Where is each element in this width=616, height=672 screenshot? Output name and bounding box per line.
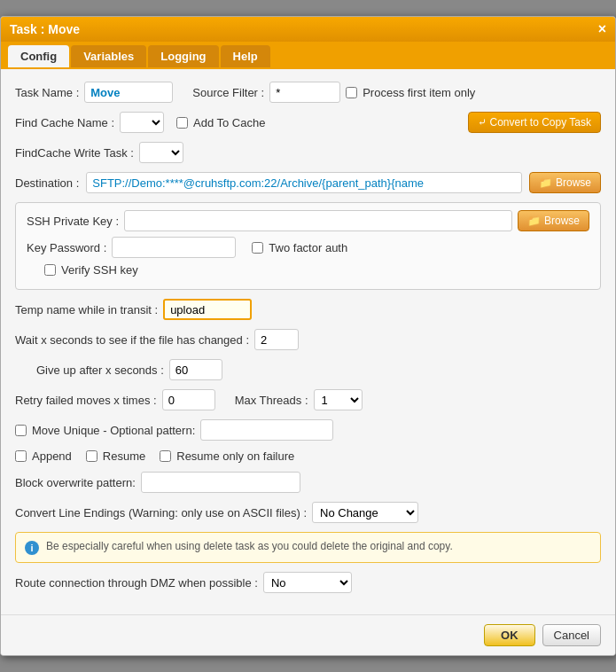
ssh-key-row: SSH Private Key : 📁 Browse (27, 210, 589, 231)
verify-ssh-key-label: Verify SSH key (61, 263, 138, 277)
dialog-title: Task : Move (10, 22, 80, 36)
ssh-private-key-label: SSH Private Key : (27, 215, 119, 228)
max-threads-select[interactable]: 1 2 4 (314, 389, 363, 410)
convert-line-label: Convert Line Endings (Warning: only use … (15, 506, 307, 520)
browse-folder-icon: 📁 (539, 176, 552, 189)
tab-help[interactable]: Help (221, 45, 270, 67)
destination-browse-button[interactable]: 📁 Browse (529, 172, 601, 193)
move-unique-checkbox[interactable] (15, 425, 27, 436)
give-up-input[interactable] (169, 359, 222, 380)
temp-name-input[interactable] (163, 299, 252, 320)
title-bar: Task : Move × (1, 17, 615, 42)
find-cache-write-label: FindCache Write Task : (15, 146, 134, 160)
tab-content: Task Name : Source Filter : Process firs… (1, 67, 615, 614)
find-cache-name-label: Find Cache Name : (15, 116, 114, 129)
temp-name-label: Temp name while in transit : (15, 303, 158, 316)
convert-to-copy-button[interactable]: ⤶ Convert to Copy Task (468, 112, 601, 133)
process-first-item-label: Process first item only (363, 86, 475, 99)
wait-seconds-label: Wait x seconds to see if the file has ch… (15, 333, 249, 347)
resume-on-failure-checkbox[interactable] (160, 450, 171, 462)
append-label: Append (32, 449, 72, 463)
resume-checkbox[interactable] (86, 450, 97, 462)
wait-seconds-input[interactable] (254, 329, 299, 350)
key-password-label: Key Password : (27, 241, 106, 254)
two-factor-auth-label: Two factor auth (269, 241, 347, 254)
route-connection-row: Route connection through DMZ when possib… (15, 572, 601, 593)
process-first-item-checkbox[interactable] (346, 87, 357, 98)
ssh-folder-icon: 📁 (527, 215, 541, 227)
resume-on-failure-label: Resume only on failure (176, 449, 294, 463)
retry-row: Retry failed moves x times : Max Threads… (15, 389, 601, 410)
tab-bar: Config Variables Logging Help (1, 42, 615, 67)
verify-ssh-key-checkbox[interactable] (44, 264, 56, 276)
retry-label: Retry failed moves x times : (15, 394, 157, 407)
block-overwrite-row: Block overwrite pattern: (15, 472, 601, 493)
verify-ssh-row: Verify SSH key (27, 263, 589, 277)
destination-row: Destination : 📁 Browse (15, 172, 601, 193)
give-up-label: Give up after x seconds : (36, 363, 164, 377)
destination-label: Destination : (15, 176, 79, 190)
destination-input[interactable] (86, 172, 522, 193)
source-filter-input[interactable] (269, 82, 340, 103)
tab-config[interactable]: Config (8, 45, 69, 67)
append-checkbox[interactable] (15, 450, 27, 462)
ssh-browse-button[interactable]: 📁 Browse (518, 210, 589, 231)
wait-seconds-row: Wait x seconds to see if the file has ch… (15, 329, 601, 350)
add-to-cache-label: Add To Cache (193, 116, 265, 129)
move-unique-input[interactable] (200, 419, 333, 441)
resume-label: Resume (103, 449, 145, 463)
cancel-button[interactable]: Cancel (542, 624, 601, 646)
task-name-row: Task Name : Source Filter : Process firs… (15, 82, 601, 103)
source-filter-label: Source Filter : (192, 86, 264, 99)
close-button[interactable]: × (598, 22, 606, 36)
find-cache-write-select[interactable] (139, 142, 183, 163)
find-cache-name-select[interactable] (120, 112, 164, 133)
task-name-input[interactable] (84, 82, 173, 103)
move-unique-row: Move Unique - Optional pattern: (15, 419, 601, 441)
key-password-row: Key Password : Two factor auth (27, 237, 589, 258)
two-factor-auth-checkbox[interactable] (252, 242, 263, 254)
block-overwrite-input[interactable] (141, 472, 300, 493)
max-threads-label: Max Threads : (235, 394, 308, 407)
info-icon: i (25, 541, 39, 555)
convert-line-row: Convert Line Endings (Warning: only use … (15, 502, 601, 523)
key-password-input[interactable] (112, 237, 236, 258)
task-name-label: Task Name : (15, 86, 79, 99)
resume-row: Append Resume Resume only on failure (15, 449, 601, 463)
dialog-footer: OK Cancel (1, 614, 615, 655)
give-up-row: Give up after x seconds : (15, 359, 601, 380)
find-cache-write-row: FindCache Write Task : (15, 142, 601, 163)
move-unique-label: Move Unique - Optional pattern: (32, 424, 195, 437)
tab-variables[interactable]: Variables (71, 45, 146, 67)
temp-name-row: Temp name while in transit : (15, 299, 601, 320)
arrow-icon: ⤶ (478, 116, 487, 129)
retry-input[interactable] (162, 389, 215, 410)
ssh-private-key-input[interactable] (124, 210, 512, 231)
route-connection-select[interactable]: No Yes (263, 572, 352, 593)
info-box: i Be especially careful when using delet… (15, 532, 601, 563)
convert-line-select[interactable]: No Change Windows Unix (312, 502, 418, 523)
ssh-box: SSH Private Key : 📁 Browse Key Password … (15, 202, 601, 290)
task-move-dialog: Task : Move × Config Variables Logging H… (0, 16, 616, 656)
ok-button[interactable]: OK (484, 624, 535, 646)
find-cache-row: Find Cache Name : Add To Cache ⤶ Convert… (15, 112, 601, 133)
info-message: Be especially careful when using delete … (46, 540, 453, 552)
route-connection-label: Route connection through DMZ when possib… (15, 576, 258, 590)
block-overwrite-label: Block overwrite pattern: (15, 476, 136, 489)
add-to-cache-checkbox[interactable] (176, 117, 188, 129)
tab-logging[interactable]: Logging (148, 45, 218, 67)
